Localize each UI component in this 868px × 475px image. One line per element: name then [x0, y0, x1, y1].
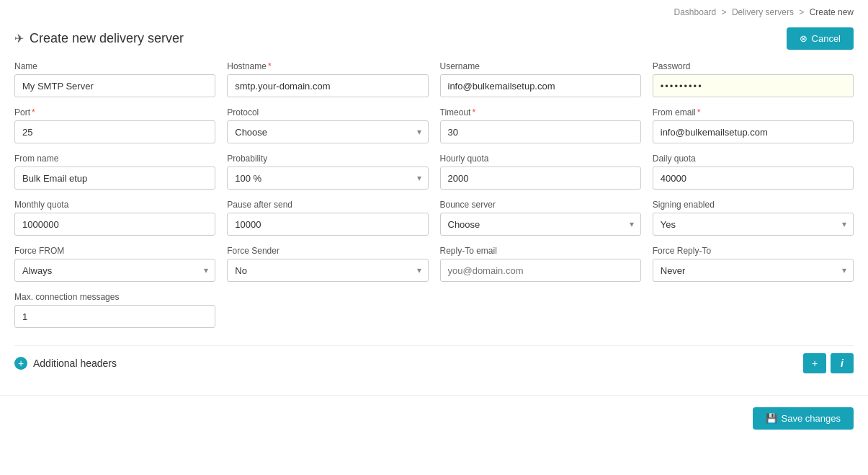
page-header: ✈ Create new delivery server ⊗ Cancel: [0, 22, 868, 61]
add-header-button[interactable]: +: [803, 353, 826, 373]
reply-to-email-group: Reply-To email: [440, 246, 641, 282]
protocol-select-wrapper: Choose SMTP SMTPS TLS: [227, 120, 428, 143]
hostname-group: Hostname*: [227, 61, 428, 97]
force-reply-to-group: Force Reply-To Never Always: [653, 246, 854, 282]
divider: [14, 345, 854, 346]
hourly-quota-input[interactable]: [440, 167, 641, 190]
add-icon: +: [812, 358, 818, 369]
daily-quota-label: Daily quota: [653, 154, 854, 164]
protocol-select[interactable]: Choose SMTP SMTPS TLS: [227, 120, 428, 143]
breadcrumb-delivery-servers[interactable]: Delivery servers: [732, 7, 794, 17]
empty-col-3: [653, 292, 854, 338]
breadcrumb-dashboard[interactable]: Dashboard: [674, 7, 717, 17]
hostname-label: Hostname*: [227, 61, 428, 71]
pause-after-send-group: Pause after send: [227, 200, 428, 236]
form-container: Name Hostname* Username Password Port* P…: [0, 61, 868, 338]
protocol-label: Protocol: [227, 107, 428, 117]
password-label: Password: [653, 61, 854, 71]
max-connection-input[interactable]: [14, 305, 215, 328]
port-input[interactable]: [14, 120, 215, 143]
name-group: Name: [14, 61, 215, 97]
from-email-group: From email*: [653, 107, 854, 143]
additional-headers-left: + Additional headers: [14, 357, 117, 370]
additional-headers-section: + Additional headers + i: [0, 353, 868, 373]
monthly-quota-input[interactable]: [14, 213, 215, 236]
bounce-server-label: Bounce server: [440, 200, 641, 210]
name-label: Name: [14, 61, 215, 71]
force-from-group: Force FROM Always Never When empty: [14, 246, 215, 282]
daily-quota-input[interactable]: [653, 167, 854, 190]
force-sender-group: Force Sender No Yes: [227, 246, 428, 282]
page-title-text: Create new delivery server: [30, 31, 184, 46]
info-header-button[interactable]: i: [831, 353, 854, 373]
signing-enabled-select[interactable]: Yes No: [653, 213, 854, 236]
save-label: Save changes: [782, 413, 841, 424]
force-from-label: Force FROM: [14, 246, 215, 256]
breadcrumb: Dashboard > Delivery servers > Create ne…: [0, 0, 868, 22]
password-group: Password: [653, 61, 854, 97]
name-input[interactable]: [14, 74, 215, 97]
breadcrumb-sep2: >: [799, 7, 806, 17]
probability-label: Probability: [227, 154, 428, 164]
plus-icon: +: [18, 358, 24, 368]
save-icon: 💾: [766, 413, 777, 424]
username-input[interactable]: [440, 74, 641, 97]
timeout-label: Timeout*: [440, 107, 641, 117]
additional-headers-label: Additional headers: [33, 358, 117, 369]
add-header-toggle-icon[interactable]: +: [14, 357, 27, 370]
max-connection-group: Max. connection messages: [14, 292, 215, 328]
breadcrumb-sep1: >: [722, 7, 729, 17]
force-sender-select[interactable]: No Yes: [227, 259, 428, 282]
from-name-input[interactable]: [14, 167, 215, 190]
force-sender-label: Force Sender: [227, 246, 428, 256]
force-sender-select-wrapper: No Yes: [227, 259, 428, 282]
empty-col-1: [227, 292, 428, 338]
hourly-quota-group: Hourly quota: [440, 154, 641, 190]
probability-group: Probability 100 % 90 % 80 % 70 %: [227, 154, 428, 190]
cancel-label: Cancel: [812, 33, 841, 44]
force-reply-to-label: Force Reply-To: [653, 246, 854, 256]
daily-quota-group: Daily quota: [653, 154, 854, 190]
force-reply-to-select-wrapper: Never Always: [653, 259, 854, 282]
probability-select-wrapper: 100 % 90 % 80 % 70 %: [227, 167, 428, 190]
bounce-server-group: Bounce server Choose: [440, 200, 641, 236]
monthly-quota-label: Monthly quota: [14, 200, 215, 210]
pause-after-send-label: Pause after send: [227, 200, 428, 210]
max-connection-label: Max. connection messages: [14, 292, 215, 302]
timeout-group: Timeout*: [440, 107, 641, 143]
signing-enabled-group: Signing enabled Yes No: [653, 200, 854, 236]
bounce-server-select[interactable]: Choose: [440, 213, 641, 236]
force-reply-to-select[interactable]: Never Always: [653, 259, 854, 282]
additional-headers-buttons: + i: [803, 353, 854, 373]
probability-select[interactable]: 100 % 90 % 80 % 70 %: [227, 167, 428, 190]
reply-to-email-input[interactable]: [440, 259, 641, 282]
cancel-button[interactable]: ⊗ Cancel: [787, 27, 854, 50]
signing-enabled-label: Signing enabled: [653, 200, 854, 210]
force-from-select-wrapper: Always Never When empty: [14, 259, 215, 282]
info-icon: i: [841, 358, 844, 369]
from-name-group: From name: [14, 154, 215, 190]
page-title: ✈ Create new delivery server: [14, 31, 184, 46]
protocol-group: Protocol Choose SMTP SMTPS TLS: [227, 107, 428, 143]
username-label: Username: [440, 61, 641, 71]
footer-bar: 💾 Save changes: [0, 395, 868, 441]
port-group: Port*: [14, 107, 215, 143]
reply-to-email-label: Reply-To email: [440, 246, 641, 256]
hostname-input[interactable]: [227, 74, 428, 97]
password-input[interactable]: [653, 74, 854, 97]
from-name-label: From name: [14, 154, 215, 164]
from-email-input[interactable]: [653, 120, 854, 143]
send-icon: ✈: [14, 32, 24, 45]
save-button[interactable]: 💾 Save changes: [753, 407, 854, 430]
pause-after-send-input[interactable]: [227, 213, 428, 236]
hourly-quota-label: Hourly quota: [440, 154, 641, 164]
bounce-server-select-wrapper: Choose: [440, 213, 641, 236]
form-grid: Name Hostname* Username Password Port* P…: [14, 61, 854, 338]
timeout-input[interactable]: [440, 120, 641, 143]
monthly-quota-group: Monthly quota: [14, 200, 215, 236]
cancel-icon: ⊗: [800, 33, 807, 44]
breadcrumb-current: Create new: [810, 7, 854, 17]
signing-enabled-select-wrapper: Yes No: [653, 213, 854, 236]
empty-col-2: [440, 292, 641, 338]
force-from-select[interactable]: Always Never When empty: [14, 259, 215, 282]
